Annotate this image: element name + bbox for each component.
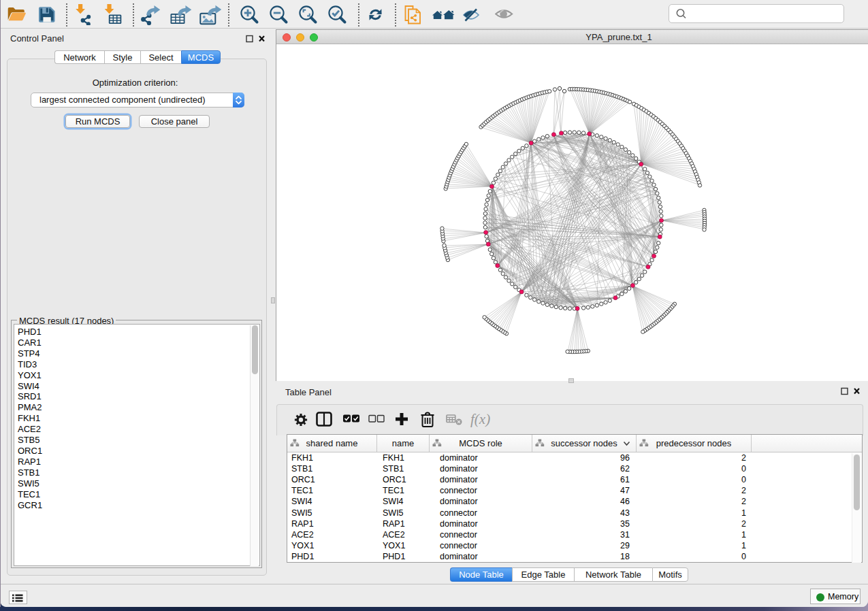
svg-text:f(x): f(x)	[470, 411, 490, 427]
